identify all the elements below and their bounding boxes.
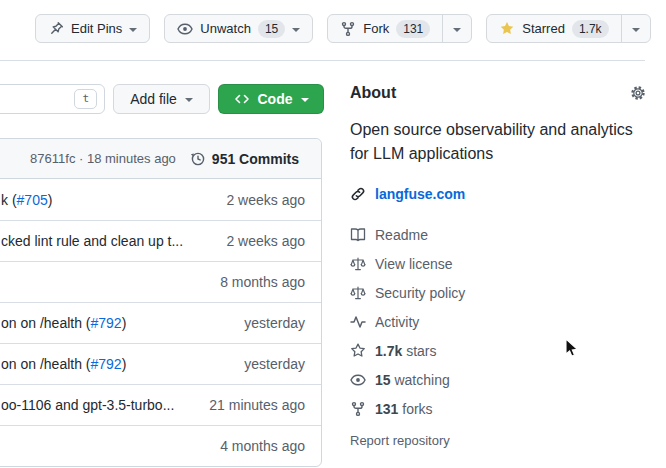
stars-stat: 1.7k stars xyxy=(375,343,436,359)
commit-message: cked lint rule and clean up t... xyxy=(1,233,226,249)
about-header: About xyxy=(350,84,646,102)
commit-message-text: ) xyxy=(122,315,127,331)
fork-icon xyxy=(350,401,366,417)
watching-label: watching xyxy=(394,372,449,388)
security-policy-label: Security policy xyxy=(375,285,465,301)
activity-label: Activity xyxy=(375,314,419,330)
table-row: 8 months ago xyxy=(0,261,321,302)
book-icon xyxy=(350,227,366,243)
commit-history-link[interactable]: 951 Commits xyxy=(190,151,299,167)
fork-label: Fork xyxy=(363,21,389,36)
commit-message: on on /health (#792) xyxy=(1,315,244,331)
edit-pins-label: Edit Pins xyxy=(71,21,122,36)
commit-message-text: oo-1106 and gpt-3.5-turbo... xyxy=(1,397,174,413)
readme-link[interactable]: Readme xyxy=(350,220,646,249)
starred-label: Starred xyxy=(522,21,565,36)
table-row: on on /health (#792) yesterday xyxy=(0,302,321,343)
commit-message-text: on on /health ( xyxy=(1,315,91,331)
star-icon xyxy=(350,343,366,359)
law-icon xyxy=(350,256,366,272)
stars-label: stars xyxy=(406,343,436,359)
watchers-count-badge: 15 xyxy=(258,20,285,38)
code-button[interactable]: Code xyxy=(218,84,324,114)
repo-description: Open source observability and analytics … xyxy=(350,118,650,166)
star-dropdown-button[interactable] xyxy=(621,15,650,42)
watching-link[interactable]: 15 watching xyxy=(350,365,646,394)
unwatch-label: Unwatch xyxy=(200,21,251,36)
commit-message-text: ) xyxy=(122,356,127,372)
website-link[interactable]: langfuse.com xyxy=(375,186,465,202)
pr-link[interactable]: #792 xyxy=(91,315,122,331)
table-row: oo-1106 and gpt-3.5-turbo... 21 minutes … xyxy=(0,384,321,425)
security-policy-link[interactable]: Security policy xyxy=(350,278,646,307)
commit-age[interactable]: yesterday xyxy=(244,356,305,372)
forks-stat: 131 forks xyxy=(375,401,433,417)
stars-link[interactable]: 1.7k stars xyxy=(350,336,646,365)
fork-button-group: Fork 131 xyxy=(327,14,472,43)
commit-age[interactable]: 2 weeks ago xyxy=(226,192,305,208)
watching-count: 15 xyxy=(375,372,391,388)
commit-message-text: ) xyxy=(48,192,53,208)
website-row: langfuse.com xyxy=(350,186,646,202)
add-file-button[interactable]: Add file xyxy=(113,84,210,114)
dropdown-caret-icon xyxy=(185,98,193,102)
fork-icon xyxy=(340,21,356,37)
table-row: on on /health (#792) yesterday xyxy=(0,343,321,384)
file-table: 87611fc · 18 minutes ago 951 Commits k (… xyxy=(0,138,322,467)
edit-pins-button[interactable]: Edit Pins xyxy=(35,14,150,43)
dropdown-caret-icon xyxy=(453,28,461,32)
fork-dropdown-button[interactable] xyxy=(442,15,471,42)
commit-message-text: k ( xyxy=(1,192,17,208)
star-button-group: Starred 1.7k xyxy=(486,14,650,43)
pin-icon xyxy=(48,21,64,37)
code-icon xyxy=(234,91,250,107)
code-label: Code xyxy=(258,91,293,107)
view-license-link[interactable]: View license xyxy=(350,249,646,278)
commit-age[interactable]: 8 months ago xyxy=(220,274,305,290)
activity-link[interactable]: Activity xyxy=(350,307,646,336)
eye-icon xyxy=(177,21,193,37)
watching-stat: 15 watching xyxy=(375,372,450,388)
forks-label: forks xyxy=(402,401,432,417)
law-icon xyxy=(350,285,366,301)
commit-message-text: on on /health ( xyxy=(1,356,91,372)
dropdown-caret-icon xyxy=(301,98,309,102)
forks-count: 131 xyxy=(375,401,398,417)
starred-button[interactable]: Starred 1.7k xyxy=(487,15,620,42)
header-divider xyxy=(0,60,645,61)
stars-count: 1.7k xyxy=(375,343,402,359)
pulse-icon xyxy=(350,314,366,330)
report-repository-link[interactable]: Report repository xyxy=(350,433,646,448)
latest-commit-sha-time[interactable]: 87611fc · 18 minutes ago xyxy=(30,151,176,166)
latest-commit-bar: 87611fc · 18 minutes ago 951 Commits xyxy=(0,139,321,179)
add-file-label: Add file xyxy=(130,91,177,107)
gear-icon[interactable] xyxy=(630,85,646,101)
repo-action-bar: Edit Pins Unwatch 15 Fork 131 Starred 1.… xyxy=(35,14,651,43)
eye-icon xyxy=(350,372,366,388)
file-rows: k (#705) 2 weeks ago cked lint rule and … xyxy=(0,179,321,466)
star-count-badge: 1.7k xyxy=(572,20,609,38)
history-icon xyxy=(190,151,206,167)
star-icon xyxy=(499,21,515,37)
about-links-list: Readme View license Security policy Acti… xyxy=(350,220,646,423)
commits-count-label: 951 Commits xyxy=(212,151,299,167)
commit-message-text: cked lint rule and clean up t... xyxy=(1,233,183,249)
table-row: cked lint rule and clean up t... 2 weeks… xyxy=(0,220,321,261)
commit-message: oo-1106 and gpt-3.5-turbo... xyxy=(1,397,209,413)
forks-link[interactable]: 131 forks xyxy=(350,394,646,423)
go-to-file-input[interactable]: t xyxy=(0,84,105,114)
commit-age[interactable]: 21 minutes ago xyxy=(209,397,305,413)
about-sidebar: About Open source observability and anal… xyxy=(350,84,646,448)
commit-age[interactable]: 2 weeks ago xyxy=(226,233,305,249)
fork-button[interactable]: Fork 131 xyxy=(328,15,442,42)
commit-age[interactable]: 4 months ago xyxy=(220,438,305,454)
commit-age[interactable]: yesterday xyxy=(244,315,305,331)
pr-link[interactable]: #705 xyxy=(17,192,48,208)
about-title: About xyxy=(350,84,396,102)
readme-label: Readme xyxy=(375,227,428,243)
keyboard-shortcut-badge: t xyxy=(74,89,97,109)
unwatch-button[interactable]: Unwatch 15 xyxy=(164,14,313,43)
fork-count-badge: 131 xyxy=(396,20,430,38)
pr-link[interactable]: #792 xyxy=(91,356,122,372)
dropdown-caret-icon xyxy=(129,28,137,32)
